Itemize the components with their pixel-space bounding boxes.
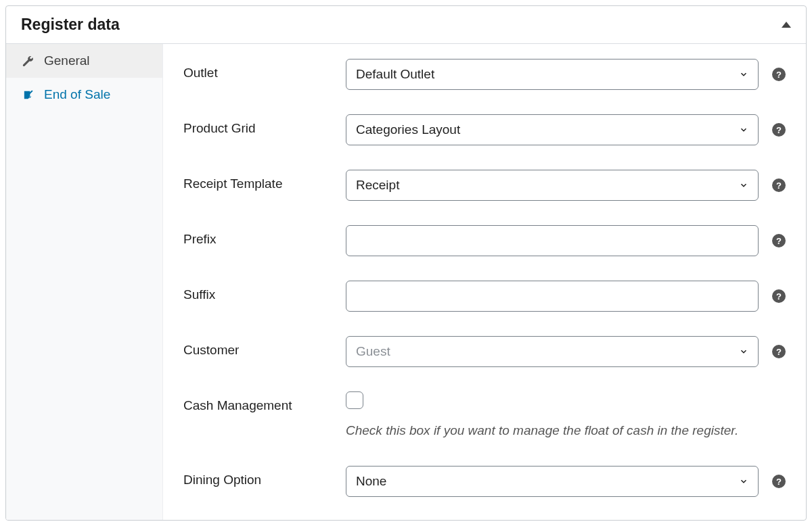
select-outlet-value: Default Outlet	[356, 67, 434, 82]
collapse-toggle-icon[interactable]	[782, 22, 791, 28]
row-suffix: Suffix ?	[183, 281, 786, 312]
select-customer-placeholder: Guest	[356, 344, 390, 359]
label-prefix: Prefix	[183, 225, 346, 247]
tab-end-of-sale[interactable]: End of Sale	[6, 78, 162, 112]
chevron-down-icon	[739, 477, 748, 486]
select-product-grid-value: Categories Layout	[356, 122, 460, 137]
select-receipt-template-value: Receipt	[356, 178, 399, 193]
select-dining-option[interactable]: None	[346, 466, 759, 497]
tab-label: General	[44, 53, 90, 68]
panel-header: Register data	[6, 6, 806, 44]
row-product-grid: Product Grid Categories Layout ?	[183, 114, 786, 145]
help-icon[interactable]: ?	[772, 289, 786, 303]
input-prefix[interactable]	[346, 225, 759, 256]
label-customer: Customer	[183, 336, 346, 358]
chevron-down-icon	[739, 347, 748, 356]
chevron-down-icon	[739, 125, 748, 135]
row-receipt-template: Receipt Template Receipt ?	[183, 170, 786, 201]
label-product-grid: Product Grid	[183, 114, 346, 136]
chevron-down-icon	[739, 70, 748, 79]
row-prefix: Prefix ?	[183, 225, 786, 256]
tab-label: End of Sale	[44, 87, 110, 102]
help-icon[interactable]: ?	[772, 68, 786, 81]
help-icon[interactable]: ?	[772, 475, 786, 488]
select-dining-option-value: None	[356, 474, 386, 489]
form-content: Outlet Default Outlet ? Product	[163, 44, 806, 520]
select-outlet[interactable]: Default Outlet	[346, 59, 759, 90]
select-customer[interactable]: Guest	[346, 336, 759, 367]
chevron-down-icon	[739, 181, 748, 190]
select-receipt-template[interactable]: Receipt	[346, 170, 759, 201]
select-product-grid[interactable]: Categories Layout	[346, 114, 759, 145]
help-icon[interactable]: ?	[772, 123, 786, 137]
label-receipt-template: Receipt Template	[183, 170, 346, 191]
row-dining-option: Dining Option None ?	[183, 466, 786, 497]
cash-management-help-text: Check this box if you want to manage the…	[346, 420, 745, 441]
row-customer: Customer Guest ?	[183, 336, 786, 367]
label-cash-management: Cash Management	[183, 391, 346, 413]
help-icon[interactable]: ?	[772, 234, 786, 247]
note-edit-icon	[21, 89, 35, 101]
input-suffix[interactable]	[346, 281, 759, 312]
sidebar: General End of Sale	[6, 44, 163, 520]
register-data-panel: Register data General End of Sale Outlet	[5, 5, 807, 521]
panel-body: General End of Sale Outlet Default Outle…	[6, 44, 806, 520]
row-outlet: Outlet Default Outlet ?	[183, 59, 786, 90]
wrench-icon	[21, 55, 35, 67]
help-icon[interactable]: ?	[772, 345, 786, 358]
label-suffix: Suffix	[183, 281, 346, 302]
row-cash-management: Cash Management Check this box if you wa…	[183, 391, 786, 441]
label-dining-option: Dining Option	[183, 466, 346, 487]
label-outlet: Outlet	[183, 59, 346, 80]
checkbox-cash-management[interactable]	[346, 391, 363, 409]
help-icon[interactable]: ?	[772, 178, 786, 192]
tab-general[interactable]: General	[6, 44, 162, 78]
panel-title: Register data	[21, 16, 120, 34]
